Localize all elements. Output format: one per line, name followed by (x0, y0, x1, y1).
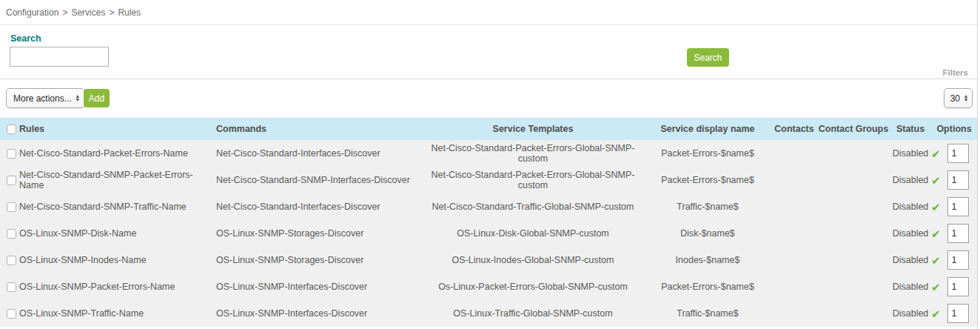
service-template-cell: Os-Linux-Packet-Errors-Global-SNMP-custo… (422, 273, 644, 300)
column-header-contacts[interactable]: Contacts (771, 118, 817, 140)
table-row: OS-Linux-SNMP-Disk-Name OS-Linux-SNMP-St… (0, 220, 977, 247)
row-checkbox[interactable] (7, 202, 16, 212)
status-cell: Disabled (890, 220, 931, 247)
enable-check-icon[interactable]: ✔ (931, 255, 941, 266)
command-cell: Net-Cisco-Standard-Interfaces-Discover (216, 140, 422, 167)
contacts-cell (771, 140, 817, 167)
rule-name-cell[interactable]: OS-Linux-SNMP-Packet-Errors-Name (19, 273, 216, 300)
contacts-cell (771, 273, 817, 300)
contacts-cell (771, 193, 817, 220)
more-actions-label: More actions... (13, 93, 72, 104)
breadcrumb-item-configuration[interactable]: Configuration (6, 7, 58, 18)
status-cell: Disabled (890, 273, 931, 300)
page-container: Configuration>Services>Rules Search Sear… (0, 0, 978, 329)
service-template-cell: Net-Cisco-Standard-Packet-Errors-Global-… (422, 167, 644, 193)
rules-table-body: Net-Cisco-Standard-Packet-Errors-Name Ne… (0, 140, 977, 327)
contact-groups-cell (817, 220, 890, 247)
options-cell: ✔ (931, 220, 977, 247)
options-cell: ✔ (931, 193, 977, 220)
add-button[interactable]: Add (84, 89, 110, 107)
contact-groups-cell (817, 193, 890, 220)
contacts-cell (771, 247, 817, 273)
search-button[interactable]: Search (687, 48, 729, 67)
select-all-checkbox[interactable] (7, 124, 16, 134)
options-cell: ✔ (931, 167, 977, 193)
contact-groups-cell (817, 273, 890, 300)
status-cell: Disabled (890, 193, 931, 220)
command-cell: OS-Linux-SNMP-Storages-Discover (216, 220, 422, 247)
rule-name-cell[interactable]: Net-Cisco-Standard-Packet-Errors-Name (19, 140, 216, 167)
breadcrumb-separator: > (109, 7, 114, 18)
search-input[interactable] (10, 47, 109, 67)
command-cell: Net-Cisco-Standard-Interfaces-Discover (216, 193, 422, 220)
service-display-name-cell: Packet-Errors-$name$ (644, 273, 771, 300)
options-count-input[interactable] (947, 277, 969, 296)
rule-name-cell[interactable]: Net-Cisco-Standard-SNMP-Packet-Errors-Na… (19, 167, 216, 193)
enable-check-icon[interactable]: ✔ (931, 202, 941, 213)
contacts-cell (771, 167, 817, 193)
contact-groups-cell (817, 140, 890, 167)
service-display-name-cell: Packet-Errors-$name$ (644, 140, 771, 167)
row-checkbox-cell (0, 220, 19, 247)
breadcrumb-item-services[interactable]: Services (71, 7, 105, 18)
command-cell: Net-Cisco-Standard-SNMP-Interfaces-Disco… (216, 167, 422, 193)
more-actions-select[interactable]: More actions... ▴▾ (6, 88, 85, 108)
row-checkbox-cell (0, 140, 19, 167)
enable-check-icon[interactable]: ✔ (931, 308, 941, 319)
column-header-commands[interactable]: Commands (216, 118, 422, 140)
options-count-input[interactable] (947, 224, 969, 243)
enable-check-icon[interactable]: ✔ (931, 228, 941, 239)
breadcrumb: Configuration>Services>Rules (0, 0, 977, 25)
service-template-cell: Net-Cisco-Standard-Packet-Errors-Global-… (422, 140, 644, 167)
row-checkbox-cell (0, 247, 19, 273)
options-cell: ✔ (931, 300, 977, 327)
table-row: Net-Cisco-Standard-Packet-Errors-Name Ne… (0, 140, 977, 167)
filters-toggle[interactable]: Filters (942, 68, 968, 77)
breadcrumb-item-rules[interactable]: Rules (118, 7, 141, 18)
column-header-options[interactable]: Options (931, 118, 977, 140)
enable-check-icon[interactable]: ✔ (931, 282, 941, 293)
row-checkbox[interactable] (7, 309, 16, 319)
column-header-rules[interactable]: Rules (19, 118, 216, 140)
service-display-name-cell: Traffic-$name$ (644, 300, 771, 327)
contact-groups-cell (817, 247, 890, 273)
column-header-status[interactable]: Status (890, 118, 931, 140)
column-header-contact-groups[interactable]: Contact Groups (817, 118, 890, 140)
row-checkbox[interactable] (7, 282, 16, 292)
options-count-input[interactable] (947, 170, 969, 190)
rule-name-cell[interactable]: Net-Cisco-Standard-SNMP-Traffic-Name (19, 193, 216, 220)
row-checkbox[interactable] (7, 229, 16, 239)
options-count-input[interactable] (947, 197, 969, 216)
table-row: OS-Linux-SNMP-Traffic-Name OS-Linux-SNMP… (0, 300, 977, 327)
table-row: OS-Linux-SNMP-Packet-Errors-Name OS-Linu… (0, 273, 977, 300)
service-template-cell: OS-Linux-Traffic-Global-SNMP-custom (422, 300, 644, 327)
service-display-name-cell: Disk-$name$ (644, 220, 771, 247)
enable-check-icon[interactable]: ✔ (931, 175, 941, 186)
page-size-select[interactable]: 30 ▴▾ (944, 88, 973, 108)
options-count-input[interactable] (947, 144, 969, 163)
command-cell: OS-Linux-SNMP-Storages-Discover (216, 247, 422, 273)
options-count-input[interactable] (947, 304, 969, 323)
rules-table: Rules Commands Service Templates Service… (0, 118, 977, 327)
select-arrows-icon: ▴▾ (76, 94, 79, 102)
table-row: Net-Cisco-Standard-SNMP-Packet-Errors-Na… (0, 167, 977, 193)
enable-check-icon[interactable]: ✔ (931, 148, 941, 159)
row-checkbox-cell (0, 193, 19, 220)
rule-name-cell[interactable]: OS-Linux-SNMP-Traffic-Name (19, 300, 216, 327)
service-template-cell: OS-Linux-Inodes-Global-SNMP-custom (422, 247, 644, 273)
rule-name-cell[interactable]: OS-Linux-SNMP-Inodes-Name (19, 247, 216, 273)
row-checkbox[interactable] (7, 176, 16, 185)
column-header-service-templates[interactable]: Service Templates (422, 118, 644, 140)
options-cell: ✔ (931, 273, 977, 300)
rule-name-cell[interactable]: OS-Linux-SNMP-Disk-Name (19, 220, 216, 247)
service-display-name-cell: Traffic-$name$ (644, 193, 771, 220)
row-checkbox-cell (0, 273, 19, 300)
column-header-service-display-name[interactable]: Service display name (644, 118, 771, 140)
row-checkbox[interactable] (7, 149, 16, 159)
table-row: OS-Linux-SNMP-Inodes-Name OS-Linux-SNMP-… (0, 247, 977, 273)
row-checkbox[interactable] (7, 256, 16, 265)
breadcrumb-separator: > (62, 7, 67, 18)
options-count-input[interactable] (947, 250, 969, 270)
table-header-row: Rules Commands Service Templates Service… (0, 118, 977, 140)
page-size-value: 30 (950, 93, 960, 104)
